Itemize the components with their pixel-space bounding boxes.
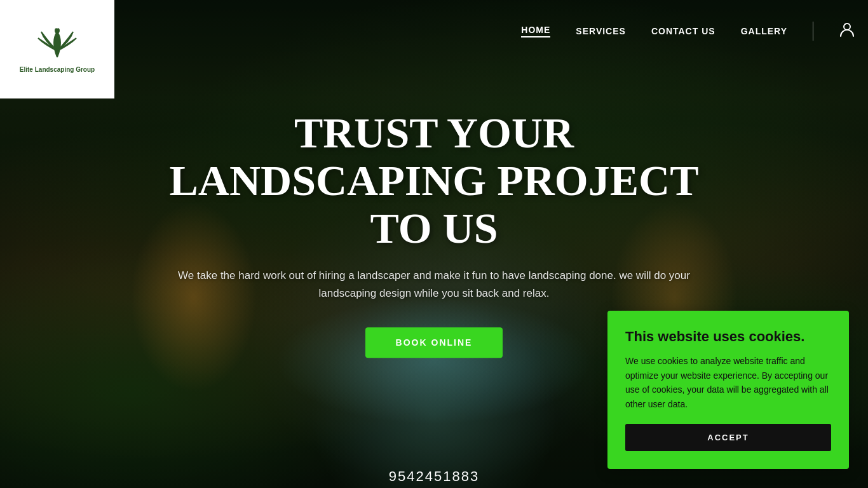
nav-links: HOME SERVICES CONTACT US GALLERY: [521, 21, 855, 41]
hero-phone: 9542451883: [389, 468, 479, 485]
logo-text: Elite Landscaping Group: [20, 66, 95, 74]
nav-contact[interactable]: CONTACT US: [651, 26, 715, 36]
cookie-banner: This website uses cookies. We use cookie…: [607, 311, 849, 469]
nav-divider: [813, 22, 813, 41]
book-online-button[interactable]: BOOK ONLINE: [365, 327, 503, 358]
cookie-title: This website uses cookies.: [625, 329, 831, 345]
logo-container[interactable]: Elite Landscaping Group: [0, 0, 114, 98]
nav-home[interactable]: HOME: [521, 25, 550, 37]
accept-cookies-button[interactable]: ACCEPT: [625, 424, 831, 451]
navbar: Elite Landscaping Group HOME SERVICES CO…: [0, 0, 868, 62]
hero-title: TRUST YOUR LANDSCAPING PROJECT TO US: [148, 109, 720, 252]
hero-subtitle: We take the hard work out of hiring a la…: [173, 268, 695, 302]
logo-icon: [32, 25, 83, 64]
user-icon[interactable]: [839, 21, 855, 41]
nav-gallery[interactable]: GALLERY: [741, 26, 787, 36]
svg-point-0: [844, 24, 850, 30]
cookie-body: We use cookies to analyze website traffi…: [625, 354, 831, 411]
nav-services[interactable]: SERVICES: [576, 26, 626, 36]
